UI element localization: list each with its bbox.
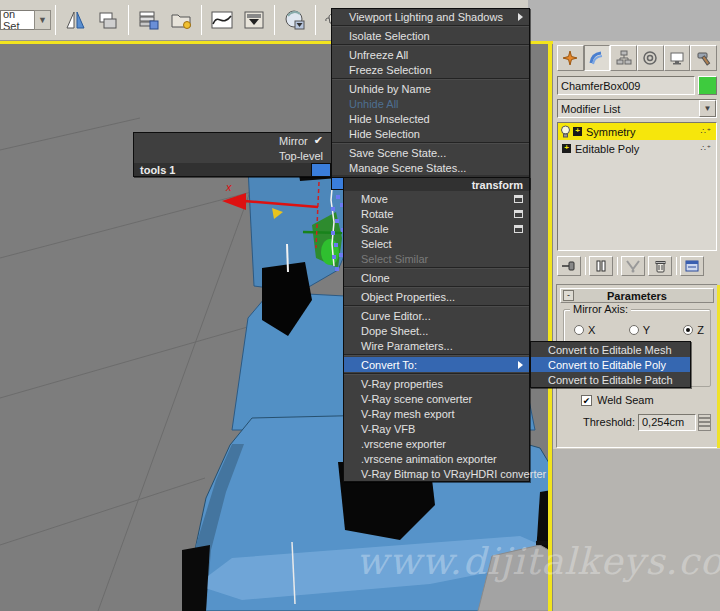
stack-item-label: Editable Poly xyxy=(575,143,701,155)
settings-icon[interactable] xyxy=(514,210,523,218)
radio-circle[interactable] xyxy=(574,325,584,335)
threshold-spinner[interactable] xyxy=(698,414,711,431)
selection-set-value[interactable]: on Set xyxy=(0,10,34,30)
collapse-icon[interactable]: - xyxy=(563,290,574,301)
menu-item-rotate[interactable]: Rotate xyxy=(344,206,529,221)
named-selection-set-dropdown[interactable]: on Set ▼ xyxy=(0,9,51,31)
modifier-list-label: Modifier List xyxy=(558,103,699,115)
rollout-title: Parameters xyxy=(574,290,700,302)
menu-item-convert-editable-patch[interactable]: Convert to Editable Patch xyxy=(531,372,690,387)
menu-item-unhide-all: Unhide All xyxy=(332,96,529,111)
menu-item-dope-sheet[interactable]: Dope Sheet... xyxy=(344,323,529,338)
settings-icon[interactable] xyxy=(514,225,523,233)
menu-item-hide-unselected[interactable]: Hide Unselected xyxy=(332,111,529,126)
menu-item-vrscene-exporter[interactable]: .vrscene exporter xyxy=(344,436,529,451)
radio-axis-y[interactable]: Y xyxy=(629,324,650,336)
menu-item-mirror[interactable]: Mirror ✔ xyxy=(134,133,331,148)
expand-icon[interactable]: + xyxy=(562,144,571,153)
layer-manager-icon xyxy=(137,8,161,32)
menu-item-vray-properties[interactable]: V-Ray properties xyxy=(344,376,529,391)
menu-item-unfreeze-all[interactable]: Unfreeze All xyxy=(332,47,529,62)
submenu-arrow-icon xyxy=(518,361,523,369)
threshold-row: Threshold: 0,254cm xyxy=(557,413,717,431)
menu-item-unhide-by-name[interactable]: Unhide by Name xyxy=(332,81,529,96)
chevron-down-icon[interactable]: ▼ xyxy=(699,100,716,117)
menu-item-isolate-selection[interactable]: Isolate Selection xyxy=(332,28,529,43)
make-unique-icon xyxy=(625,259,641,273)
menu-item-viewport-lighting[interactable]: Viewport Lighting and Shadows xyxy=(332,9,529,24)
menu-item-manage-scene-states[interactable]: Manage Scene States... xyxy=(332,160,529,175)
object-color-swatch[interactable] xyxy=(698,76,717,95)
settings-icon[interactable] xyxy=(514,195,523,203)
display-icon xyxy=(669,50,685,66)
menu-item-vray-vfb[interactable]: V-Ray VFB xyxy=(344,421,529,436)
make-unique-button[interactable] xyxy=(621,256,645,276)
menu-item-move[interactable]: Move xyxy=(344,191,529,206)
ribbon-toggle-button[interactable] xyxy=(166,5,196,35)
menu-item-vray-mesh-export[interactable]: V-Ray mesh export xyxy=(344,406,529,421)
threshold-field[interactable]: 0,254cm xyxy=(638,414,696,431)
radio-axis-z[interactable]: Z xyxy=(683,324,704,336)
tab-motion[interactable] xyxy=(637,45,664,71)
menu-item-clone[interactable]: Clone xyxy=(344,270,529,285)
quad-menu-transform: transform Move Rotate Scale Select Selec… xyxy=(343,177,530,482)
menu-item-vray-scene-converter[interactable]: V-Ray scene converter xyxy=(344,391,529,406)
quad-header-transform[interactable]: transform xyxy=(344,178,529,191)
stack-item-symmetry[interactable]: + Symmetry ∴⁺ xyxy=(558,123,716,140)
radio-circle[interactable] xyxy=(683,325,693,335)
tab-create[interactable] xyxy=(557,45,584,71)
chevron-down-icon[interactable]: ▼ xyxy=(34,10,51,30)
mirror-button[interactable] xyxy=(61,5,91,35)
menu-item-label: V-Ray properties xyxy=(361,378,523,390)
menu-item-hide-selection[interactable]: Hide Selection xyxy=(332,126,529,141)
expand-icon[interactable]: + xyxy=(573,127,582,136)
weld-seam-checkbox[interactable]: ✔ Weld Seam xyxy=(581,394,654,406)
menu-item-wire-parameters[interactable]: Wire Parameters... xyxy=(344,338,529,353)
menu-item-save-scene-state[interactable]: Save Scene State... xyxy=(332,145,529,160)
remove-modifier-button[interactable] xyxy=(648,256,672,276)
pin-stack-button[interactable] xyxy=(557,256,581,276)
tab-modify[interactable] xyxy=(584,45,611,71)
checkbox-check-icon[interactable]: ✔ xyxy=(581,395,592,406)
stack-toolbar xyxy=(557,255,717,277)
parameters-rollout-header[interactable]: - Parameters xyxy=(560,288,714,303)
create-icon xyxy=(562,50,578,66)
radio-axis-x[interactable]: X xyxy=(574,324,595,336)
menu-item-freeze-selection[interactable]: Freeze Selection xyxy=(332,62,529,77)
configure-modifier-sets-button[interactable] xyxy=(680,256,704,276)
curve-editor-button[interactable] xyxy=(207,5,237,35)
convert-to-submenu: Convert to Editable Mesh Convert to Edit… xyxy=(530,341,691,388)
menu-item-scale[interactable]: Scale xyxy=(344,221,529,236)
menu-item-vrscene-animation-exporter[interactable]: .vrscene animation exporter xyxy=(344,451,529,466)
toolbar-separator xyxy=(315,5,316,35)
schematic-view-button[interactable] xyxy=(239,5,269,35)
menu-item-curve-editor[interactable]: Curve Editor... xyxy=(344,308,529,323)
object-name-field[interactable]: ChamferBox009 xyxy=(557,76,695,95)
menu-item-vray-bitmap-converter[interactable]: V-Ray Bitmap to VRayHDRI converter xyxy=(344,466,529,481)
material-editor-button[interactable] xyxy=(280,5,310,35)
menu-item-convert-to[interactable]: Convert To: xyxy=(344,357,529,372)
lightbulb-icon[interactable] xyxy=(560,125,571,138)
spinner-up[interactable] xyxy=(698,414,711,423)
menu-item-object-properties[interactable]: Object Properties... xyxy=(344,289,529,304)
quad-header-tools[interactable]: tools 1 xyxy=(134,163,331,176)
spinner-down[interactable] xyxy=(698,422,711,431)
tab-display[interactable] xyxy=(664,45,691,71)
menu-item-label: Freeze Selection xyxy=(349,64,523,76)
menu-item-top-level[interactable]: Top-level xyxy=(134,148,331,163)
show-end-result-icon xyxy=(595,259,607,273)
align-button[interactable] xyxy=(93,5,123,35)
menu-item-convert-editable-mesh[interactable]: Convert to Editable Mesh xyxy=(531,342,690,357)
layer-manager-button[interactable] xyxy=(134,5,164,35)
menu-item-convert-editable-poly[interactable]: Convert to Editable Poly xyxy=(531,357,690,372)
menu-item-select[interactable]: Select xyxy=(344,236,529,251)
toolbar-separator xyxy=(128,5,129,35)
tab-hierarchy[interactable] xyxy=(610,45,637,71)
show-end-result-button[interactable] xyxy=(589,256,613,276)
radio-circle[interactable] xyxy=(629,325,639,335)
stack-item-editable-poly[interactable]: + Editable Poly ∴⁺ xyxy=(558,140,716,157)
tab-utilities[interactable] xyxy=(690,45,717,71)
modifier-list-dropdown[interactable]: Modifier List ▼ xyxy=(557,99,717,118)
menu-item-label: .vrscene animation exporter xyxy=(361,453,523,465)
radio-label: Y xyxy=(643,324,650,336)
